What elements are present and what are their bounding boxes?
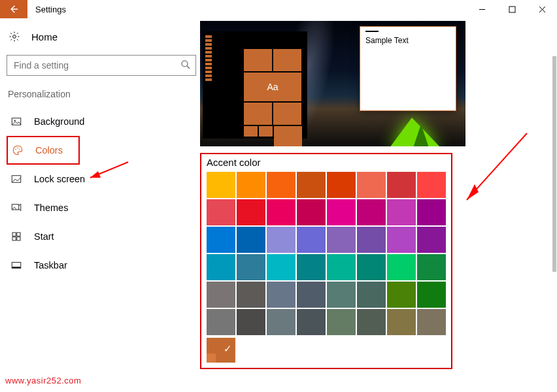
picture-icon bbox=[9, 116, 24, 127]
accent-color-section: Accent color ✓ bbox=[200, 153, 452, 369]
arrow-left-icon bbox=[8, 3, 20, 15]
color-swatch[interactable] bbox=[237, 227, 265, 253]
svg-point-7 bbox=[15, 149, 16, 150]
color-swatch[interactable] bbox=[207, 309, 235, 335]
sidebar-item-themes[interactable]: Themes bbox=[7, 193, 190, 222]
preview-tile-text: Aa bbox=[244, 73, 301, 101]
color-swatch[interactable] bbox=[417, 254, 446, 280]
color-swatch[interactable] bbox=[327, 254, 356, 280]
checkmark-icon: ✓ bbox=[224, 343, 232, 355]
svg-rect-17 bbox=[12, 267, 21, 268]
color-swatch[interactable] bbox=[267, 227, 295, 253]
color-swatch[interactable] bbox=[267, 199, 295, 225]
svg-rect-14 bbox=[12, 237, 16, 240]
left-pane: Home Personalization Background Colors bbox=[0, 18, 196, 392]
color-swatch[interactable] bbox=[387, 172, 416, 198]
sidebar-item-background[interactable]: Background bbox=[7, 107, 190, 136]
color-swatch[interactable] bbox=[417, 309, 446, 335]
color-swatch[interactable] bbox=[237, 282, 265, 308]
color-swatch[interactable] bbox=[417, 172, 446, 198]
color-swatch[interactable] bbox=[207, 227, 235, 253]
sample-text-label: Sample Text bbox=[365, 36, 450, 45]
color-swatch[interactable] bbox=[297, 282, 326, 308]
svg-line-20 bbox=[467, 133, 527, 200]
color-swatch[interactable] bbox=[267, 282, 295, 308]
color-swatch[interactable] bbox=[327, 309, 356, 335]
svg-rect-1 bbox=[509, 7, 515, 12]
color-swatch[interactable] bbox=[327, 172, 356, 198]
close-button[interactable] bbox=[527, 0, 557, 18]
svg-rect-15 bbox=[17, 237, 20, 240]
minimize-button[interactable] bbox=[467, 0, 497, 18]
color-swatch[interactable] bbox=[417, 199, 446, 225]
close-icon bbox=[539, 6, 546, 13]
color-swatch[interactable] bbox=[297, 254, 326, 280]
title-bar: Settings bbox=[0, 0, 557, 18]
color-swatch[interactable] bbox=[297, 309, 326, 335]
color-swatch[interactable] bbox=[237, 172, 265, 198]
color-swatch[interactable] bbox=[417, 282, 446, 308]
color-preview: Aa Sample Text bbox=[200, 21, 465, 146]
section-header: Personalization bbox=[7, 76, 190, 107]
color-swatch[interactable] bbox=[387, 282, 416, 308]
color-swatch[interactable] bbox=[387, 227, 416, 253]
color-swatch[interactable] bbox=[387, 199, 416, 225]
gear-icon bbox=[7, 31, 22, 42]
color-swatch[interactable] bbox=[207, 172, 235, 198]
color-swatch[interactable] bbox=[357, 172, 386, 198]
preview-sample-window: Sample Text bbox=[360, 26, 456, 111]
maximize-icon bbox=[509, 6, 516, 13]
palette-icon bbox=[10, 144, 25, 156]
color-swatch[interactable] bbox=[417, 227, 446, 253]
color-swatch[interactable] bbox=[357, 254, 386, 280]
watermark-text: www.yasir252.com bbox=[5, 376, 81, 385]
vertical-scrollbar[interactable] bbox=[548, 18, 557, 384]
annotation-arrow-right bbox=[459, 129, 531, 210]
svg-rect-13 bbox=[17, 233, 20, 236]
color-swatch[interactable] bbox=[387, 254, 416, 280]
color-swatch[interactable] bbox=[357, 309, 386, 335]
home-nav[interactable]: Home bbox=[7, 22, 190, 51]
sidebar-item-label: Taskbar bbox=[24, 260, 67, 270]
sidebar-item-label: Background bbox=[24, 116, 84, 127]
color-swatch[interactable] bbox=[237, 199, 265, 225]
preview-start-menu: Aa bbox=[203, 31, 307, 139]
color-swatch[interactable] bbox=[327, 227, 356, 253]
custom-color-swatch[interactable]: ✓ bbox=[207, 338, 235, 363]
color-swatch[interactable] bbox=[327, 199, 356, 225]
sidebar-item-lock-screen[interactable]: Lock screen bbox=[7, 165, 190, 193]
maximize-button[interactable] bbox=[497, 0, 527, 18]
color-swatch[interactable] bbox=[237, 309, 265, 335]
color-swatch[interactable] bbox=[357, 282, 386, 308]
search-input[interactable] bbox=[12, 59, 180, 71]
sidebar-item-taskbar[interactable]: Taskbar bbox=[7, 251, 190, 280]
color-swatch[interactable] bbox=[357, 199, 386, 225]
color-swatch[interactable] bbox=[327, 282, 356, 308]
color-swatch[interactable] bbox=[297, 172, 326, 198]
sidebar-item-colors[interactable]: Colors bbox=[7, 136, 80, 165]
sidebar-item-start[interactable]: Start bbox=[7, 222, 190, 251]
back-button[interactable] bbox=[0, 0, 27, 18]
color-swatch[interactable] bbox=[267, 309, 295, 335]
color-swatch[interactable] bbox=[267, 172, 295, 198]
accent-color-title: Accent color bbox=[207, 157, 446, 168]
color-swatch[interactable] bbox=[357, 227, 386, 253]
sidebar-item-label: Themes bbox=[24, 203, 68, 213]
color-swatch[interactable] bbox=[267, 254, 295, 280]
color-swatch[interactable] bbox=[387, 309, 416, 335]
themes-icon bbox=[9, 202, 24, 214]
color-swatch[interactable] bbox=[207, 199, 235, 225]
svg-point-6 bbox=[14, 120, 16, 121]
taskbar-icon bbox=[9, 259, 24, 271]
scrollbar-thumb[interactable] bbox=[552, 56, 556, 272]
color-swatch[interactable] bbox=[297, 227, 326, 253]
color-swatch[interactable] bbox=[207, 254, 235, 280]
minimize-icon bbox=[479, 6, 486, 13]
window-title: Settings bbox=[27, 5, 467, 14]
color-swatch[interactable] bbox=[207, 282, 235, 308]
right-pane: Aa Sample Text Accent color ✓ bbox=[196, 18, 557, 392]
svg-point-3 bbox=[182, 61, 188, 67]
color-swatch[interactable] bbox=[237, 254, 265, 280]
color-swatch[interactable] bbox=[297, 199, 326, 225]
search-box[interactable] bbox=[7, 55, 196, 76]
